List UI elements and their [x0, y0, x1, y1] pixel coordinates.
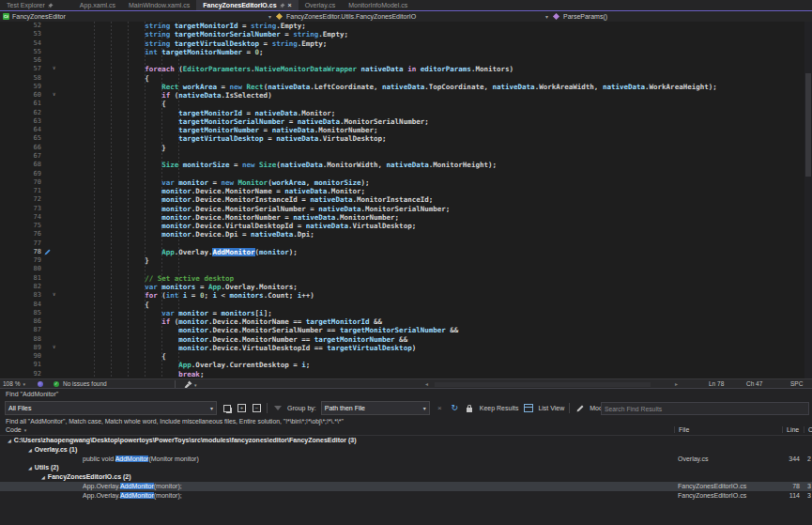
result-group-row[interactable]: ◢Utils (2): [0, 463, 812, 472]
line-number[interactable]: 80: [0, 265, 41, 273]
space-mode-indicator[interactable]: SPC: [790, 380, 803, 387]
code-line-53[interactable]: 53 string targetMonitorSerialNumber = st…: [0, 30, 812, 39]
code-line-75[interactable]: 75 monitor.Device.VirtualDesktopId = nat…: [0, 222, 812, 230]
line-number[interactable]: 76: [0, 230, 41, 239]
line-number[interactable]: 79: [0, 256, 41, 265]
line-number[interactable]: 66: [0, 144, 41, 152]
list-view-label[interactable]: List View: [538, 405, 564, 411]
code-line-86[interactable]: 86 if (monitor.Device.MonitorName == tar…: [0, 317, 812, 326]
column-header-col[interactable]: Col: [804, 426, 812, 433]
line-number[interactable]: 90: [0, 352, 41, 361]
vertical-scrollbar[interactable]: [804, 22, 812, 378]
refresh-results-button[interactable]: ↻: [450, 403, 460, 413]
collapse-all-button[interactable]: [252, 403, 262, 413]
tab-fancyzoneseditorio-cs[interactable]: FancyZonesEditorIO.cs×: [196, 0, 298, 10]
pin-icon[interactable]: [48, 3, 54, 8]
keep-results-label[interactable]: Keep Results: [480, 405, 519, 411]
line-number[interactable]: 69: [0, 170, 41, 178]
tree-expand-icon[interactable]: ◢: [28, 465, 32, 471]
code-line-64[interactable]: 64 targetMonitorNumber = nativeData.Moni…: [0, 126, 812, 134]
line-number[interactable]: 75: [0, 222, 41, 230]
member-dropdown[interactable]: ParseParams(): [552, 11, 812, 22]
code-line-66[interactable]: 66 }: [0, 144, 812, 152]
line-number[interactable]: 87: [0, 326, 41, 334]
line-number[interactable]: 71: [0, 187, 41, 195]
line-number[interactable]: 52: [0, 22, 41, 30]
code-line-84[interactable]: 84 {: [0, 301, 812, 309]
document-health-icon[interactable]: [38, 381, 43, 387]
expand-all-button[interactable]: [237, 403, 247, 413]
list-view-button[interactable]: [523, 403, 533, 413]
code-line-58[interactable]: 58 {: [0, 74, 812, 83]
line-number[interactable]: 74: [0, 213, 41, 222]
chevron-down-icon[interactable]: ▾: [423, 405, 426, 411]
code-line-87[interactable]: 87 monitor.Device.MonitorSerialNumber ==…: [0, 326, 812, 334]
line-number[interactable]: 84: [0, 301, 41, 309]
code-line-74[interactable]: 74 monitor.Device.MonitorNumber = native…: [0, 213, 812, 222]
code-line-68[interactable]: 68 Size monitorSize = new Size(nativeDat…: [0, 161, 812, 169]
vertical-scrollbar-thumb[interactable]: [805, 73, 811, 177]
line-number[interactable]: 86: [0, 317, 41, 326]
line-number[interactable]: 63: [0, 117, 41, 126]
line-number[interactable]: 72: [0, 195, 41, 204]
line-number[interactable]: 73: [0, 205, 41, 213]
line-number[interactable]: 82: [0, 283, 41, 291]
line-number[interactable]: 70: [0, 178, 41, 187]
code-editor[interactable]: 52 string targetMonitorId = string.Empty…: [0, 22, 812, 378]
code-line-60[interactable]: 60∨ if (nativeData.IsSelected): [0, 91, 812, 100]
result-match-row[interactable]: App.Overlay.AddMonitor(monitor);FancyZon…: [0, 491, 812, 501]
code-line-82[interactable]: 82 var monitors = App.Overlay.Monitors;: [0, 283, 812, 291]
clear-results-button[interactable]: ×: [435, 403, 445, 413]
code-line-62[interactable]: 62 targetMonitorId = nativeData.Monitor;: [0, 109, 812, 117]
code-line-71[interactable]: 71 monitor.Device.MonitorName = nativeDa…: [0, 187, 812, 195]
line-number[interactable]: 85: [0, 309, 41, 317]
line-number[interactable]: 65: [0, 134, 41, 143]
line-number[interactable]: 91: [0, 361, 41, 369]
zoom-control[interactable]: 108 % ▾: [3, 380, 25, 387]
filter-button[interactable]: [272, 403, 283, 413]
scope-combobox[interactable]: All Files ▾: [5, 401, 217, 415]
result-group-row[interactable]: ◢Overlay.cs (1): [0, 445, 812, 455]
code-line-89[interactable]: 89∨ monitor.Device.VirtualDesktopId == t…: [0, 344, 812, 352]
tab-mainwindow-xaml-cs[interactable]: MainWindow.xaml.cs: [122, 0, 196, 10]
keep-results-button[interactable]: [465, 403, 475, 413]
line-number[interactable]: 81: [0, 274, 41, 283]
code-line-72[interactable]: 72 monitor.Device.MonitorInstanceId = na…: [0, 195, 812, 204]
chevron-down-icon[interactable]: ▾: [268, 13, 271, 20]
line-number[interactable]: 59: [0, 83, 41, 91]
fold-chevron-icon[interactable]: ∨: [53, 64, 55, 72]
code-line-91[interactable]: 91 App.Overlay.CurrentDesktop = i;: [0, 361, 812, 369]
code-line-76[interactable]: 76 monitor.Device.Dpi = nativeData.Dpi;: [0, 230, 812, 239]
code-line-61[interactable]: 61 {: [0, 100, 812, 108]
line-number[interactable]: 56: [0, 56, 41, 65]
line-number[interactable]: 61: [0, 100, 41, 108]
tab-app-xaml-cs[interactable]: App.xaml.cs: [73, 0, 122, 10]
code-line-67[interactable]: 67: [0, 152, 812, 161]
code-line-81[interactable]: 81 // Set active desktop: [0, 274, 812, 283]
chevron-down-icon[interactable]: ▾: [24, 427, 27, 433]
line-number[interactable]: 92: [0, 370, 41, 378]
code-line-78[interactable]: 78 App.Overlay.AddMonitor(monitor);: [0, 248, 812, 256]
code-line-77[interactable]: 77: [0, 239, 812, 248]
line-number[interactable]: 64: [0, 126, 41, 134]
project-dropdown[interactable]: FancyZonesEditor ▾: [0, 11, 275, 22]
code-line-85[interactable]: 85 var monitor = monitors[i];: [0, 309, 812, 317]
code-line-55[interactable]: 55 int targetMonitorNumber = 0;: [0, 48, 812, 56]
line-number[interactable]: 67: [0, 152, 41, 161]
code-line-65[interactable]: 65 targetVirtualDesktop = nativeData.Vir…: [0, 134, 812, 143]
fold-chevron-icon[interactable]: ∨: [53, 290, 55, 299]
line-number[interactable]: 78: [0, 248, 41, 256]
line-number[interactable]: 60: [0, 91, 41, 100]
chevron-down-icon[interactable]: ▾: [194, 382, 197, 388]
line-number[interactable]: 88: [0, 335, 41, 344]
tree-expand-icon[interactable]: ◢: [8, 438, 11, 443]
line-number[interactable]: 62: [0, 109, 41, 117]
line-number[interactable]: 83: [0, 291, 41, 300]
fold-chevron-icon[interactable]: ∨: [53, 343, 55, 351]
copy-results-button[interactable]: [222, 403, 232, 413]
horizontal-scrollbar-thumb[interactable]: [435, 382, 651, 387]
result-match-row[interactable]: App.Overlay.AddMonitor(monitor);FancyZon…: [0, 482, 812, 491]
group-by-combobox[interactable]: Path then File ▾: [321, 401, 430, 415]
code-line-70[interactable]: 70 var monitor = new Monitor(workArea, m…: [0, 178, 812, 187]
pin-icon[interactable]: [280, 3, 285, 8]
